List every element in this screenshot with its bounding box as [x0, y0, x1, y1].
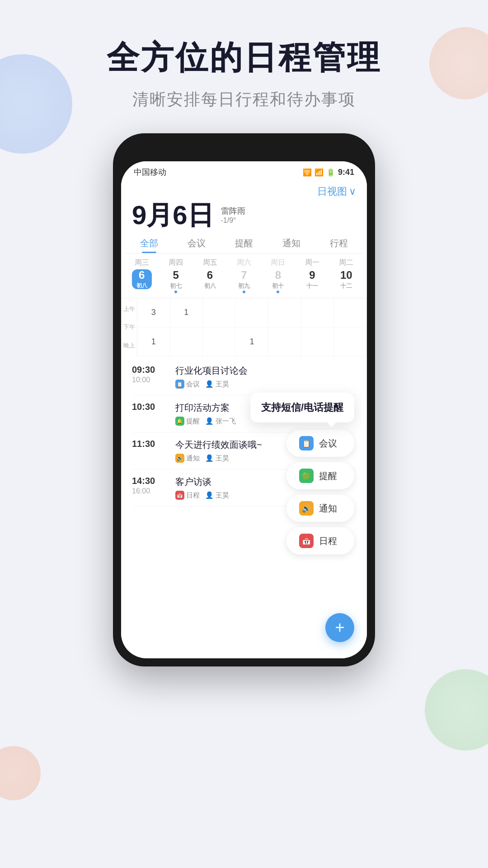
grid-cell-1-4	[268, 328, 301, 357]
event-end-3: 16:00	[132, 487, 168, 495]
event-type-name-3: 日程	[186, 491, 200, 500]
time-labels: 上午下午晚上	[121, 298, 137, 357]
grid-col-1: 1	[170, 298, 203, 357]
event-dot-4	[277, 291, 279, 293]
person-icon-3: 👤	[205, 491, 214, 499]
grid-cell-0-4	[268, 298, 301, 328]
grid-col-2	[203, 298, 236, 357]
grid-cell-1-1	[170, 328, 203, 357]
tab-会议[interactable]: 会议	[173, 233, 221, 253]
event-person-3: 👤王昊	[205, 491, 229, 500]
grid-cell-1-2	[203, 328, 235, 357]
event-dot-3	[243, 291, 245, 293]
event-badge-3: 📅日程	[175, 491, 200, 500]
week-day-3[interactable]: 周六7初九	[227, 258, 261, 293]
week-day-6[interactable]: 周二10十二	[329, 258, 363, 293]
event-type-name-1: 提醒	[186, 417, 200, 426]
time-display: 9:41	[338, 168, 354, 177]
person-icon-1: 👤	[205, 417, 214, 425]
time-label-1: 下午	[121, 323, 137, 331]
popup-area: 支持短信/电话提醒 📋会议🟢提醒🔊通知📅日程	[250, 393, 354, 554]
week-day-name-2: 周五	[193, 258, 227, 267]
tab-全部[interactable]: 全部	[126, 233, 173, 253]
lunar-day-4: 初十	[272, 282, 284, 290]
status-bar: 中国移动 🛜 📶 🔋 9:41	[121, 161, 367, 181]
week-day-4[interactable]: 周日8初十	[261, 258, 295, 293]
event-type-icon-3: 📅	[175, 491, 184, 500]
popup-btn-提醒[interactable]: 🟢提醒	[286, 462, 354, 489]
event-type-name-2: 通知	[186, 454, 200, 463]
lunar-day-0: 初八	[136, 282, 147, 290]
phone-notch	[217, 146, 271, 155]
popup-btn-会议[interactable]: 📋会议	[286, 430, 354, 457]
event-person-2: 👤王昊	[205, 454, 229, 463]
person-icon-0: 👤	[205, 380, 214, 388]
popup-buttons: 📋会议🟢提醒🔊通知📅日程	[250, 430, 354, 554]
week-day-num-4: 8初十	[268, 269, 288, 289]
popup-btn-label-会议: 会议	[319, 437, 337, 450]
event-type-icon-1: 🔔	[175, 417, 184, 426]
time-label-0: 上午	[121, 305, 137, 313]
chevron-down-icon: ∨	[349, 186, 356, 197]
week-day-2[interactable]: 周五6初八	[193, 258, 227, 293]
weather-temp: -1/9°	[221, 216, 245, 225]
tab-行程[interactable]: 行程	[315, 233, 362, 253]
time-label-2: 晚上	[121, 342, 137, 350]
person-icon-2: 👤	[205, 454, 214, 462]
bg-circle-salmon	[0, 746, 41, 800]
grid-col-0: 31	[137, 298, 170, 357]
battery-icon: 🔋	[326, 168, 335, 177]
grid-col-3: 1	[236, 298, 269, 357]
popup-btn-icon-会议: 📋	[299, 436, 314, 450]
grid-cell-1-5	[301, 328, 334, 357]
week-day-name-0: 周三	[125, 258, 159, 267]
popup-btn-label-提醒: 提醒	[319, 470, 337, 482]
popup-tooltip-text: 支持短信/电话提醒	[261, 402, 343, 413]
event-end-0: 10:00	[132, 376, 168, 384]
popup-btn-icon-提醒: 🟢	[299, 469, 314, 483]
week-days-header: 周三6初八周四5初七周五6初八周六7初九周日8初十周一9十一周二10十二	[125, 258, 363, 293]
popup-btn-label-日程: 日程	[319, 535, 337, 547]
week-day-name-5: 周一	[295, 258, 329, 267]
week-day-5[interactable]: 周一9十一	[295, 258, 329, 293]
week-day-name-3: 周六	[227, 258, 261, 267]
event-start-0: 09:30	[132, 365, 168, 375]
carrier-text: 中国移动	[134, 167, 166, 178]
event-type-name-0: 会议	[186, 380, 200, 389]
grid-cell-0-6	[334, 298, 366, 328]
view-toggle-button[interactable]: 日视图 ∨	[317, 185, 356, 198]
phone-notch-area	[121, 141, 367, 160]
week-day-num-0: 6初八	[132, 269, 152, 289]
popup-tooltip: 支持短信/电话提醒	[250, 393, 354, 422]
plus-icon: +	[335, 618, 344, 637]
category-tabs: 全部会议提醒通知行程	[126, 233, 362, 253]
grid-cells: 3111	[137, 298, 367, 357]
wifi-icon: 🛜	[303, 168, 312, 177]
lunar-day-5: 十一	[306, 282, 318, 290]
week-day-num-6: 10十二	[336, 269, 356, 289]
event-start-1: 10:30	[132, 402, 168, 412]
popup-btn-日程[interactable]: 📅日程	[286, 527, 354, 554]
lunar-day-6: 十二	[340, 282, 352, 290]
phone-wrapper: 中国移动 🛜 📶 🔋 9:41 日视图 ∨	[0, 133, 488, 666]
popup-btn-label-通知: 通知	[319, 502, 337, 515]
date-display: 9月6日	[132, 202, 214, 228]
view-toggle-label: 日视图	[317, 185, 347, 198]
week-day-0[interactable]: 周三6初八	[125, 258, 159, 293]
grid-cell-0-0: 3	[137, 298, 170, 328]
date-header: 9月6日 雷阵雨 -1/9°	[121, 200, 367, 233]
app-content: 日视图 ∨ 9月6日 雷阵雨 -1/9° 全部会议提醒通知行程 周三6初八	[121, 181, 367, 655]
tab-通知[interactable]: 通知	[267, 233, 315, 253]
week-day-num-1: 5初七	[166, 269, 186, 289]
grid-cell-0-5	[301, 298, 334, 328]
add-button[interactable]: +	[325, 613, 354, 642]
week-day-1[interactable]: 周四5初七	[159, 258, 192, 293]
popup-btn-通知[interactable]: 🔊通知	[286, 495, 354, 522]
event-person-1: 👤张一飞	[205, 417, 236, 426]
tab-提醒[interactable]: 提醒	[221, 233, 268, 253]
grid-col-5	[301, 298, 334, 357]
schedule-grid: 上午下午晚上 3111	[121, 298, 367, 357]
event-item-0[interactable]: 09:3010:00行业化项目讨论会📋会议👤王昊	[132, 358, 356, 395]
event-dot-1	[174, 291, 177, 293]
bg-circle-green	[425, 669, 488, 751]
